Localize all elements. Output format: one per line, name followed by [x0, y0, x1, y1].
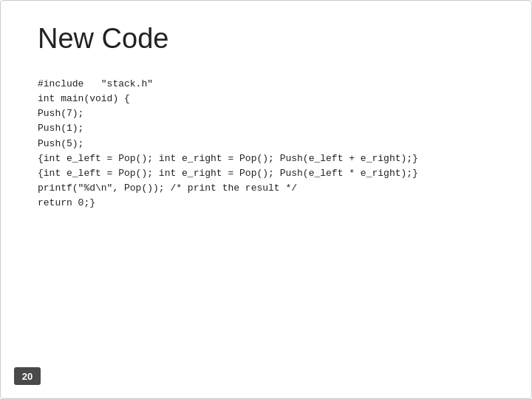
code-block: #include "stack.h" int main(void) { Push… — [38, 77, 494, 211]
slide: New Code #include "stack.h" int main(voi… — [0, 0, 532, 399]
slide-title: New Code — [38, 23, 494, 55]
code-line-1: #include "stack.h" int main(void) { Push… — [38, 78, 418, 208]
slide-number: 20 — [14, 367, 41, 385]
